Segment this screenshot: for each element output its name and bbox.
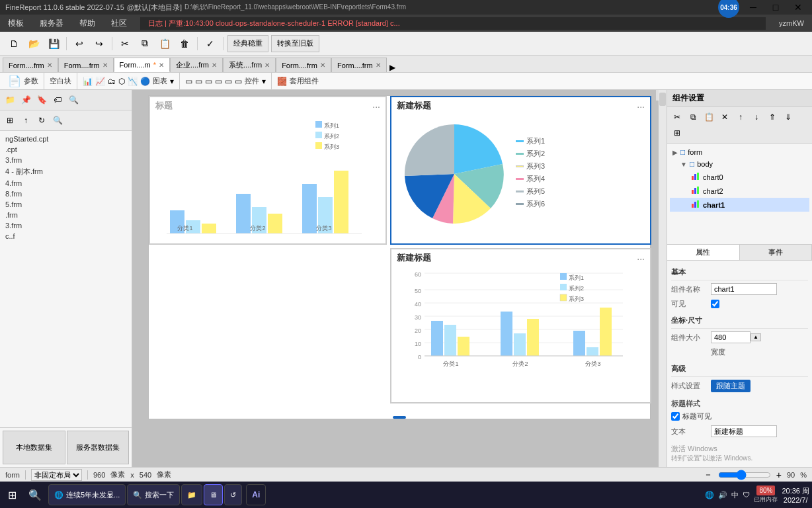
comp-chart-label[interactable]: 图表 xyxy=(153,76,167,86)
new-btn[interactable]: 🗋 xyxy=(5,35,22,52)
props-visible-checkbox[interactable] xyxy=(711,300,719,308)
props-title-visible-checkbox[interactable] xyxy=(671,412,680,421)
tab-2[interactable]: Form....m * ✕ xyxy=(114,58,170,72)
chart-icon-6[interactable]: 🔵 xyxy=(140,77,150,86)
chart-bar1-more[interactable]: ··· xyxy=(372,101,380,112)
sidebar-refresh[interactable]: ↻ xyxy=(34,113,49,128)
sidebar-icon-3[interactable]: 🔖 xyxy=(34,93,49,107)
file-item-7[interactable]: .frm xyxy=(3,210,129,220)
sidebar-icon-4[interactable]: 🏷 xyxy=(50,93,65,107)
rp-top-btn[interactable]: ⇑ xyxy=(765,110,780,124)
copy-btn[interactable]: ⧉ xyxy=(136,35,153,52)
tab-0-close[interactable]: ✕ xyxy=(47,62,52,69)
undo-btn[interactable]: ↩ xyxy=(71,35,88,52)
canvas-drag-handle[interactable] xyxy=(393,416,406,419)
taskbar-start-btn[interactable]: ⊞ xyxy=(3,484,22,505)
props-size-up[interactable]: ▲ xyxy=(751,333,761,341)
sidebar-search2[interactable]: 🔍 xyxy=(50,113,65,128)
file-item-0[interactable]: ngStarted.cpt xyxy=(3,134,129,144)
menu-template[interactable]: 模板 xyxy=(5,17,26,30)
file-item-3[interactable]: 4 - 副本.frm xyxy=(3,165,129,178)
tree-body-expand[interactable]: ▼ xyxy=(680,161,687,168)
file-item-8[interactable]: 3.frm xyxy=(3,220,129,231)
tab-more-btn[interactable]: ▶ xyxy=(387,63,398,72)
tab-1-close[interactable]: ✕ xyxy=(102,62,108,69)
chart-bar1-container[interactable]: 标题 ··· xyxy=(149,96,387,245)
delete-btn[interactable]: 🗑 xyxy=(176,35,193,52)
chart-icon-1[interactable]: 📊 xyxy=(83,77,93,86)
zoom-slider[interactable] xyxy=(718,471,771,479)
sidebar-icon-2[interactable]: 📌 xyxy=(19,93,33,107)
ctrl-icon-3[interactable]: ▭ xyxy=(205,77,212,86)
taskbar-explorer-btn[interactable]: 📁 xyxy=(181,484,202,505)
tree-form-expand[interactable]: ▶ xyxy=(672,149,678,156)
props-text-input[interactable] xyxy=(711,425,777,437)
taskbar-finereport-btn[interactable]: 🖥 xyxy=(204,484,223,505)
rp-copy-btn[interactable]: ⧉ xyxy=(686,110,700,124)
chart-dropdown-icon[interactable]: ▾ xyxy=(170,77,174,86)
taskbar-search-app[interactable]: 🔍 搜索一下 xyxy=(127,484,180,505)
tab-3[interactable]: 企业....frm ✕ xyxy=(170,58,223,72)
comp-composite-label[interactable]: 套用组件 xyxy=(290,76,319,86)
cut-btn[interactable]: ✂ xyxy=(116,35,134,52)
chart-icon-3[interactable]: 🗂 xyxy=(108,77,116,86)
tree-form[interactable]: ▶ □ form xyxy=(670,146,809,158)
tab-4[interactable]: 系统....frm ✕ xyxy=(223,58,276,72)
props-tab-attrs[interactable]: 属性 xyxy=(667,245,740,260)
rp-delete-btn[interactable]: ✕ xyxy=(717,110,732,124)
local-dataset-btn[interactable]: 本地数据集 xyxy=(3,431,65,464)
tab-2-close[interactable]: ✕ xyxy=(159,62,164,69)
ctrl-icon-4[interactable]: ▭ xyxy=(215,77,222,86)
tree-chart1[interactable]: chart1 xyxy=(670,198,809,212)
tab-1[interactable]: Form....frm ✕ xyxy=(58,58,114,72)
tab-4-close[interactable]: ✕ xyxy=(264,62,270,69)
open-btn[interactable]: 📂 xyxy=(25,35,42,52)
comp-blank-label[interactable]: 空白块 xyxy=(50,76,71,86)
sidebar-home-btn[interactable]: ⊞ xyxy=(3,113,17,128)
tab-5-close[interactable]: ✕ xyxy=(320,62,325,69)
file-item-6[interactable]: 5.frm xyxy=(3,199,129,210)
canvas-area[interactable]: ▲ 标题 ··· xyxy=(132,90,667,467)
status-layout-select[interactable]: 非固定布局 xyxy=(31,469,82,481)
tab-3-close[interactable]: ✕ xyxy=(212,62,217,69)
zoom-minus-btn[interactable]: － xyxy=(704,469,713,481)
tree-chart0[interactable]: chart0 xyxy=(670,170,809,184)
convert-btn[interactable]: 转换至旧版 xyxy=(271,35,319,52)
ctrl-icon-5[interactable]: ▭ xyxy=(225,77,232,86)
rp-paste-btn[interactable]: 📋 xyxy=(702,110,716,124)
chart-icon-2[interactable]: 📈 xyxy=(95,77,105,86)
rp-down-btn[interactable]: ↓ xyxy=(749,110,764,124)
sidebar-icon-1[interactable]: 📁 xyxy=(3,93,17,107)
chart-pie-more[interactable]: ··· xyxy=(637,101,645,112)
chart-bar2-container[interactable]: 新建标题 ··· 60 50 40 30 20 10 0 xyxy=(390,248,651,403)
scrollbar-thumb-y[interactable] xyxy=(659,93,666,106)
rp-bottom-btn[interactable]: ⇓ xyxy=(781,110,795,124)
menu-server[interactable]: 服务器 xyxy=(37,17,66,30)
close-btn[interactable]: ✕ xyxy=(790,0,807,16)
ctrl-icon-1[interactable]: ▭ xyxy=(185,77,192,86)
check-btn[interactable]: ✓ xyxy=(202,35,219,52)
rp-expand-btn[interactable]: ⊞ xyxy=(670,126,684,140)
props-tab-events[interactable]: 事件 xyxy=(740,245,813,260)
tree-body[interactable]: ▼ □ body xyxy=(670,158,809,170)
rp-up-btn[interactable]: ↑ xyxy=(733,110,748,124)
tab-6-close[interactable]: ✕ xyxy=(376,62,381,69)
file-item-9[interactable]: c..f xyxy=(3,231,129,241)
taskbar-ie-btn[interactable]: 🌐 连续5年未发显... xyxy=(48,484,126,505)
classic-btn[interactable]: 经典稳重 xyxy=(227,35,268,52)
tab-0[interactable]: Form....frm ✕ xyxy=(3,58,58,72)
tab-5[interactable]: Form....frm ✕ xyxy=(276,58,331,72)
file-item-5[interactable]: 8.frm xyxy=(3,189,129,199)
paste-btn[interactable]: 📋 xyxy=(156,35,173,52)
comp-ctrl-label[interactable]: 控件 xyxy=(245,76,259,86)
chart-icon-4[interactable]: ⬡ xyxy=(118,77,125,86)
chart-icon-5[interactable]: 📉 xyxy=(128,77,138,86)
file-item-4[interactable]: 4.frm xyxy=(3,178,129,189)
minimize-btn[interactable]: ─ xyxy=(745,0,762,16)
chart-pie-container[interactable]: 新建标题 ··· xyxy=(390,96,651,245)
menu-community[interactable]: 社区 xyxy=(108,17,130,30)
ctrl-dropdown-icon[interactable]: ▾ xyxy=(262,77,266,86)
props-name-input[interactable] xyxy=(711,283,777,295)
server-dataset-btn[interactable]: 服务器数据集 xyxy=(67,431,130,464)
menu-help[interactable]: 帮助 xyxy=(77,17,98,30)
